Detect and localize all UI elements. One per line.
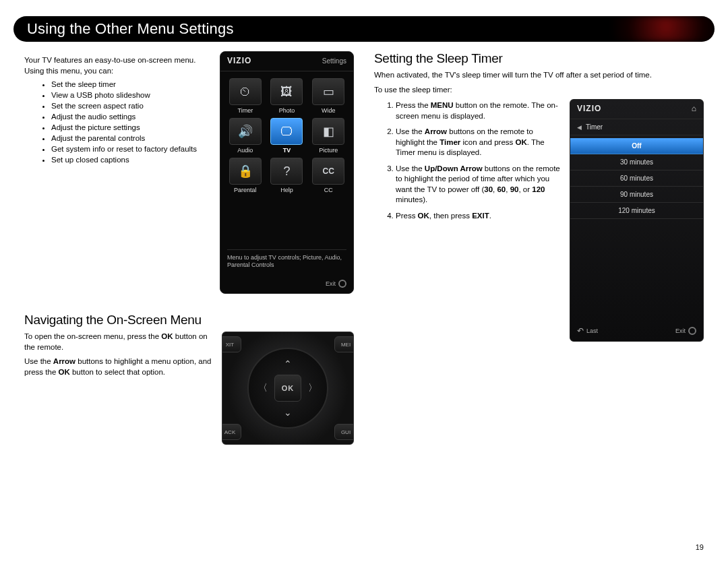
parental-icon: 🔒	[229, 158, 262, 185]
home-icon: ⌂	[692, 104, 696, 113]
vizio-logo: VIZIO	[577, 104, 601, 113]
back-triangle-icon: ◀	[577, 124, 582, 131]
menu-tile-help: ?Help	[268, 158, 307, 193]
sleep-timer-to-use: To use the sleep timer:	[374, 85, 704, 96]
menu-tile-label: Picture	[319, 147, 338, 154]
timer-crumb: Timer	[586, 123, 603, 131]
menu-tile-cc: CCCC	[309, 158, 348, 193]
wide-icon: ▭	[312, 78, 344, 105]
timer-icon: ⏲	[229, 78, 262, 105]
arrow-left-icon: 〈	[258, 382, 268, 394]
right-column: Setting the Sleep Timer When activated, …	[374, 51, 704, 450]
menu-tile-photo: 🖼Photo	[268, 78, 307, 114]
remote-corner-back: ACK	[222, 424, 241, 440]
exit-icon	[688, 327, 696, 335]
page-title: Using the Other Menu Settings	[13, 16, 715, 42]
vizio-logo: VIZIO	[227, 56, 251, 65]
menu-tile-parental: 🔒Parental	[226, 158, 265, 193]
exit-label: Exit	[675, 327, 686, 334]
remote-corner-menu: MEI	[334, 336, 354, 352]
page-header-banner: Using the Other Menu Settings	[13, 16, 715, 42]
photo-icon: 🖼	[270, 78, 303, 105]
sleep-timer-intro: When activated, the TV's sleep timer wil…	[374, 70, 704, 81]
nav-heading: Navigating the On-Screen Menu	[24, 313, 354, 327]
cc-icon: CC	[312, 158, 344, 185]
last-label: Last	[586, 327, 598, 334]
menu-tile-label: TV	[283, 147, 291, 154]
menu-title: Settings	[322, 57, 346, 65]
menu-tile-label: Audio	[237, 147, 253, 154]
arrow-down-icon: ⌄	[284, 407, 292, 418]
menu-tile-label: Wide	[322, 107, 336, 114]
menu-tile-picture: ◧Picture	[309, 118, 348, 154]
menu-tile-label: Photo	[279, 107, 295, 114]
tv-icon: 🖵	[270, 118, 303, 145]
left-column: VIZIO Settings ⏲Timer🖼Photo▭Wide🔊Audio🖵T…	[24, 51, 354, 450]
arrow-up-icon: ⌃	[284, 358, 292, 369]
menu-tile-wide: ▭Wide	[309, 78, 348, 114]
menu-tile-tv: 🖵TV	[268, 118, 307, 154]
sleep-timer-heading: Setting the Sleep Timer	[374, 51, 704, 66]
remote-corner-guide: GUI	[334, 424, 354, 440]
remote-corner-exit: XIT	[222, 336, 241, 352]
timer-option: 30 minutes	[570, 154, 703, 170]
menu-tile-label: Help	[280, 187, 293, 193]
timer-option: 120 minutes	[570, 203, 703, 219]
tv-settings-menu-screenshot: VIZIO Settings ⏲Timer🖼Photo▭Wide🔊Audio🖵T…	[220, 51, 354, 294]
page-number: 19	[696, 543, 704, 551]
remote-dpad-image: XIT MEI ACK GUI ⌃ ⌄ 〈 〉 OK	[222, 332, 354, 445]
menu-tile-label: Timer	[237, 107, 253, 114]
menu-tile-label: CC	[324, 187, 333, 193]
menu-tile-timer: ⏲Timer	[226, 78, 265, 114]
arrow-right-icon: 〉	[308, 382, 317, 394]
timer-option: Off	[570, 138, 703, 154]
last-icon: ↶	[577, 326, 584, 336]
menu-tile-audio: 🔊Audio	[226, 118, 265, 154]
timer-option: 60 minutes	[570, 170, 703, 187]
audio-icon: 🔊	[229, 118, 262, 145]
ok-button: OK	[274, 375, 301, 402]
menu-description: Menu to adjust TV controls; Picture, Aud…	[227, 249, 346, 270]
dpad-ring: ⌃ ⌄ 〈 〉 OK	[247, 348, 328, 429]
exit-label: Exit	[326, 280, 336, 287]
help-icon: ?	[270, 158, 303, 185]
exit-icon	[338, 280, 346, 288]
picture-icon: ◧	[312, 118, 344, 145]
menu-tile-label: Parental	[234, 187, 257, 193]
tv-timer-menu-screenshot: VIZIO ⌂ ◀ Timer Off30 minutes60 minutes9…	[570, 99, 704, 342]
timer-option: 90 minutes	[570, 187, 703, 203]
